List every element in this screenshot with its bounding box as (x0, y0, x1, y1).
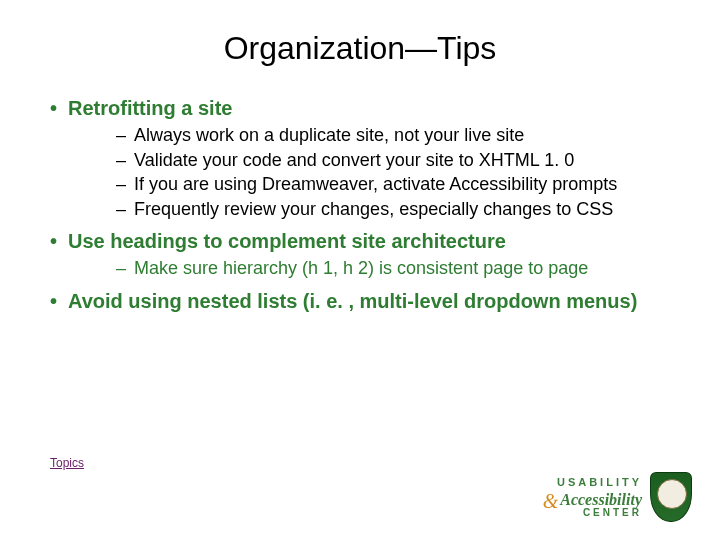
footer-logo: USABILITY &Accessibility CENTER (541, 472, 690, 520)
ampersand-icon: & (543, 491, 559, 511)
bullet-2: Use headings to complement site architec… (50, 230, 670, 280)
usability-text: USABILITY (557, 476, 642, 488)
university-seal-icon (650, 472, 690, 520)
sub-item: Frequently review your changes, especial… (116, 198, 670, 221)
topics-link[interactable]: Topics (50, 456, 84, 470)
uac-logo: USABILITY &Accessibility CENTER (541, 474, 642, 518)
sub-item: Make sure hierarchy (h 1, h 2) is consis… (116, 257, 670, 280)
slide: Organization—Tips Retrofitting a site Al… (0, 0, 720, 540)
accessibility-text: Accessibility (560, 491, 642, 508)
bullet-1-text: Retrofitting a site (68, 97, 232, 119)
slide-title: Organization—Tips (50, 30, 670, 67)
bullet-2-text: Use headings to complement site architec… (68, 230, 506, 252)
bullet-2-sublist: Make sure hierarchy (h 1, h 2) is consis… (68, 257, 670, 280)
bullet-3: Avoid using nested lists (i. e. , multi-… (50, 290, 670, 313)
sub-item: Always work on a duplicate site, not you… (116, 124, 670, 147)
bullet-list: Retrofitting a site Always work on a dup… (50, 97, 670, 313)
bullet-1: Retrofitting a site Always work on a dup… (50, 97, 670, 220)
sub-item: Validate your code and convert your site… (116, 149, 670, 172)
bullet-1-sublist: Always work on a duplicate site, not you… (68, 124, 670, 220)
bullet-3-text: Avoid using nested lists (i. e. , multi-… (68, 290, 637, 312)
sub-item: If you are using Dreamweaver, activate A… (116, 173, 670, 196)
